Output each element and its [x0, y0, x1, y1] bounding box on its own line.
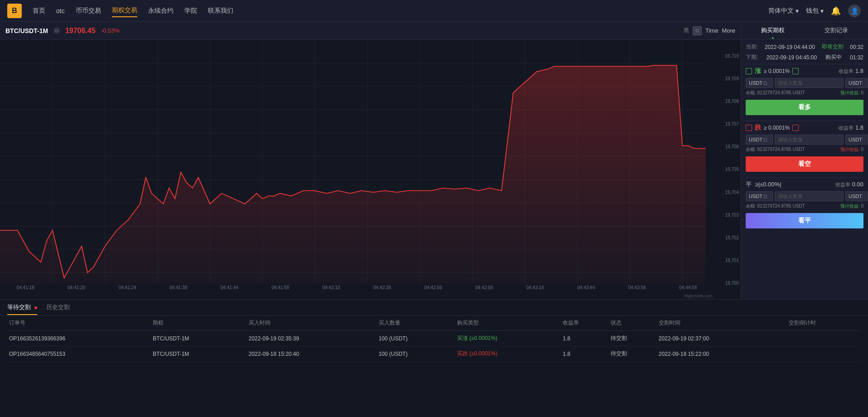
y-label-6: 19,705	[715, 167, 739, 172]
nav-coin-trade[interactable]: 币币交易	[76, 5, 101, 17]
fall-est-label: 预计收益: 0	[840, 146, 863, 153]
logo[interactable]: B	[7, 4, 22, 18]
main-layout: BTC/USDT-1M □ 19706.45 -0.53% 黑 □ Time M…	[0, 22, 868, 417]
fall-box-right	[792, 125, 799, 131]
yield-1: 1.8	[561, 331, 609, 346]
x-label-12: 04:43:44	[577, 285, 595, 290]
fall-currency-right[interactable]	[845, 135, 868, 145]
fall-currency-input[interactable]	[746, 135, 773, 145]
y-label-10: 19,701	[715, 258, 739, 263]
y-label-5: 19,706	[715, 144, 739, 149]
tab-history[interactable]: 历史交割	[46, 303, 70, 315]
tab-pending[interactable]: 等待交割	[7, 303, 37, 315]
symbol-name: BTC/USDT-1M	[5, 27, 48, 34]
rise-box-left	[746, 68, 752, 74]
flat-section: 平 ≥|±0.00%| 收益率 0.00	[746, 177, 863, 231]
x-label-4: 04:41:38	[169, 285, 187, 290]
flat-currency-right[interactable]	[845, 191, 868, 201]
current-period-row: 当前: 2022-09-19 04:44:00 即将交割 00:32	[746, 43, 863, 51]
flat-currency-input[interactable]	[746, 191, 773, 201]
chart-section: BTC/USDT-1M □ 19706.45 -0.53% 黑 □ Time M…	[0, 22, 868, 299]
bottom-section: 等待交割 历史交割 订单号 期权 买入时间 买入数量 购买类型 收益率 状态	[0, 299, 868, 417]
y-label-7: 19,704	[715, 190, 739, 195]
flat-header: 平 ≥|±0.00%| 收益率 0.00	[746, 180, 863, 189]
buying-label: 购买中	[825, 53, 842, 61]
col-buy-time: 买入时间	[247, 315, 377, 331]
x-axis-labels: 04:41:18 04:41:20 04:41:24 04:41:38 04:4…	[0, 285, 714, 290]
time-button[interactable]: Time	[705, 27, 718, 34]
fall-header: 跌 ≥ 0.0001% 收益率 1.8	[746, 124, 863, 132]
highcharts-credit: Highcharts.com	[684, 294, 713, 298]
flat-label: 平 ≥|±0.00%|	[746, 180, 781, 189]
rise-header: 涨 ≥ 0.0001% 收益率 1.8	[746, 67, 863, 75]
flat-yield-value: 0.00	[852, 181, 863, 188]
theme-toggle-btn[interactable]: □	[693, 26, 702, 35]
rise-yield-value: 1.8	[855, 68, 863, 74]
flat-amount-input[interactable]	[775, 191, 844, 201]
wallet-button[interactable]: 钱包 ▾	[806, 7, 824, 15]
y-label-3: 19,708	[715, 99, 739, 104]
nav-contact[interactable]: 联系我们	[208, 5, 233, 17]
col-settle-time: 交割时间	[657, 315, 787, 331]
symbol-badge[interactable]: □	[53, 28, 60, 34]
fall-amount-input[interactable]	[775, 135, 844, 145]
current-period-time: 2022-09-19 04:44:00	[765, 44, 815, 50]
symbol-2: BTC/USDT-1M	[151, 346, 246, 362]
flat-input-row	[746, 191, 863, 201]
current-price: 19706.45	[65, 27, 96, 35]
amount-1: 100 (USDT)	[377, 331, 455, 346]
settle-time-1: 2022-09-19 02:37:00	[657, 331, 787, 346]
col-status: 状态	[609, 315, 657, 331]
buy-time-2: 2022-09-18 15:20:40	[247, 346, 377, 362]
rise-yield-info: 收益率 1.8	[839, 68, 863, 75]
yield-2: 1.8	[561, 346, 609, 362]
tab-buy-options[interactable]: 购买期权	[741, 22, 805, 39]
more-button[interactable]: More	[722, 27, 735, 34]
nav-home[interactable]: 首页	[33, 5, 45, 17]
buy-long-button[interactable]: 看多	[746, 100, 863, 115]
tab-trade-records[interactable]: 交割记录	[805, 22, 868, 39]
price-change: -0.53%	[101, 27, 120, 34]
rise-box-right	[792, 68, 799, 74]
rise-currency-right[interactable]	[845, 78, 868, 88]
top-navigation: B 首页 otc 币币交易 期权交易 永续合约 学院 联系我们 简体中文 ▾ 钱…	[0, 0, 868, 22]
order-id-1: OP1663526139366396	[7, 331, 151, 346]
fall-input-row	[746, 135, 863, 145]
type-1: 买涨 (≥0.0001%)	[455, 331, 561, 346]
col-yield: 收益率	[561, 315, 609, 331]
rise-balance-label: 余额: 813279724.8785 USDT	[746, 90, 805, 96]
notification-bell[interactable]: 🔔	[831, 6, 841, 16]
order-id-2: OP1663485640755153	[7, 346, 151, 362]
fall-balance-row: 余额: 813279724.8785 USDT 预计收益: 0	[746, 146, 863, 153]
x-label-1: 04:41:18	[17, 285, 34, 290]
nav-otc[interactable]: otc	[56, 5, 65, 16]
status-2: 待交割	[609, 346, 657, 362]
immediate-label: 即将交割	[822, 43, 844, 51]
x-label-13: 04:43:56	[628, 285, 646, 290]
rise-est-label: 预计收益: 0	[840, 90, 863, 96]
rise-currency-input[interactable]	[746, 78, 773, 88]
buy-flat-button[interactable]: 看平	[746, 213, 863, 228]
user-avatar[interactable]: 👤	[848, 5, 861, 17]
pending-dot	[34, 306, 37, 309]
y-label-2: 19,709	[715, 76, 739, 81]
nav-academy[interactable]: 学院	[184, 5, 197, 17]
x-label-7: 04:42:10	[323, 285, 340, 290]
next-period-time: 2022-09-19 04:45:00	[767, 54, 817, 61]
col-type: 购买类型	[455, 315, 561, 331]
flat-est-label: 预计收益: 0	[840, 203, 863, 209]
bottom-tabs: 等待交割 历史交割	[0, 300, 868, 315]
buy-short-button[interactable]: 看空	[746, 156, 863, 172]
fall-section: 跌 ≥ 0.0001% 收益率 1.8	[746, 121, 863, 175]
amount-2: 100 (USDT)	[377, 346, 455, 362]
language-selector[interactable]: 简体中文 ▾	[768, 7, 799, 15]
rise-amount-input[interactable]	[775, 78, 844, 88]
orders-table-container: 订单号 期权 买入时间 买入数量 购买类型 收益率 状态 交割时间 交割倒计时 …	[0, 315, 868, 417]
chart-left: BTC/USDT-1M □ 19706.45 -0.53% 黑 □ Time M…	[0, 22, 741, 299]
nav-options[interactable]: 期权交易	[112, 5, 137, 17]
x-label-9: 04:42:56	[424, 285, 442, 290]
nav-perpetual[interactable]: 永续合约	[148, 5, 174, 17]
countdown-1	[787, 331, 861, 346]
orders-tbody: OP1663526139366396 BTC/USDT-1M 2022-09-1…	[7, 331, 861, 362]
price-chart-svg	[0, 40, 741, 299]
